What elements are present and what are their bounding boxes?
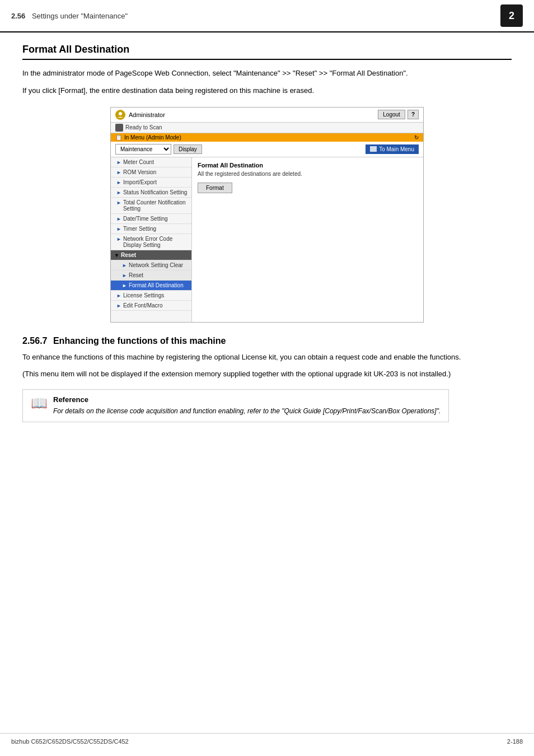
status-bar: Ready to Scan xyxy=(111,123,423,133)
sidebar-item-rom-version[interactable]: ► ROM Version xyxy=(111,167,191,178)
admin-icon xyxy=(115,110,125,120)
arrow-icon: ► xyxy=(116,293,121,298)
header-right: 2 xyxy=(500,4,523,27)
arrow-icon: ► xyxy=(116,200,121,206)
scanner-icon xyxy=(115,124,123,132)
sidebar-label: Import/Export xyxy=(123,179,157,185)
arrow-icon: ► xyxy=(116,180,121,185)
main-menu-button[interactable]: To Main Menu xyxy=(366,144,419,154)
arrow-down-icon: ▼ xyxy=(114,253,119,258)
menu-icon xyxy=(370,146,377,152)
sidebar-item-import-export[interactable]: ► Import/Export xyxy=(111,178,191,188)
intro-text-1: In the administrator mode of PageScope W… xyxy=(22,68,512,80)
reference-content: Reference For details on the license cod… xyxy=(53,395,441,416)
arrow-icon: ► xyxy=(122,283,127,288)
mode-icon: 📋 xyxy=(115,134,122,141)
content-desc: All the registered destinations are dele… xyxy=(198,171,418,177)
sidebar-label: ROM Version xyxy=(123,169,156,175)
reference-box: 📖 Reference For details on the license c… xyxy=(22,389,449,422)
subsection-num: 2.56.7 xyxy=(22,336,47,346)
subsection-heading: Enhancing the functions of this machine xyxy=(53,336,226,346)
top-right-btns: Logout ? xyxy=(378,110,419,119)
webui-sidebar: ► Meter Count ► ROM Version ► Import/Exp… xyxy=(111,157,192,322)
arrow-icon: ► xyxy=(122,273,127,278)
sidebar-item-total-counter[interactable]: ► Total Counter Notification Setting xyxy=(111,198,191,214)
admin-label: Administrator xyxy=(129,111,165,118)
sidebar-spacer xyxy=(111,311,191,322)
arrow-icon: ► xyxy=(116,160,121,165)
mode-bar: 📋 In Menu (Admin Mode) ↻ xyxy=(111,133,423,142)
maintenance-dropdown[interactable]: Maintenance xyxy=(115,144,171,155)
refresh-icon: ↻ xyxy=(414,134,419,141)
page-container: 2.56 Settings under "Maintenance" 2 Form… xyxy=(0,0,534,756)
sidebar-item-license[interactable]: ► License Settings xyxy=(111,291,191,301)
subsection-text1: To enhance the functions of this machine… xyxy=(22,352,512,363)
reference-title: Reference xyxy=(53,395,441,404)
sidebar-label: Reset xyxy=(129,272,143,278)
format-button[interactable]: Format xyxy=(198,183,232,193)
footer-left: bizhub C652/C652DS/C552/C552DS/C452 xyxy=(11,738,129,745)
content-title: Format All Destination xyxy=(198,162,418,169)
arrow-icon: ► xyxy=(116,303,121,309)
sidebar-item-datetime[interactable]: ► Date/Time Setting xyxy=(111,214,191,224)
sidebar-label: Format All Destination xyxy=(129,282,184,288)
arrow-icon: ► xyxy=(116,236,121,242)
section-badge: 2 xyxy=(500,4,523,27)
arrow-icon: ► xyxy=(122,263,127,268)
sidebar-item-network-setting-clear[interactable]: ► Network Setting Clear xyxy=(111,260,191,270)
status-scanner: Ready to Scan xyxy=(115,124,419,132)
display-button[interactable]: Display xyxy=(174,144,202,154)
arrow-icon: ► xyxy=(116,226,121,232)
sidebar-label: Timer Setting xyxy=(123,226,156,232)
webui-body: ► Meter Count ► ROM Version ► Import/Exp… xyxy=(111,157,423,322)
subsection-text2: (This menu item will not be displayed if… xyxy=(22,368,512,380)
header-bar: 2.56 Settings under "Maintenance" 2 xyxy=(0,0,534,32)
sidebar-label: Network Setting Clear xyxy=(129,262,183,268)
main-content: Format All Destination In the administra… xyxy=(0,32,534,433)
admin-row: Administrator xyxy=(115,110,165,120)
format-all-destination-title: Format All Destination xyxy=(22,44,512,60)
mode-label: In Menu (Admin Mode) xyxy=(124,134,181,141)
svg-point-0 xyxy=(119,112,122,115)
webui-topbar: Administrator Logout ? xyxy=(111,108,423,123)
nav-right: To Main Menu xyxy=(366,144,419,154)
sidebar-label: Edit Font/Macro xyxy=(123,302,163,309)
sidebar-item-status-notification[interactable]: ► Status Notification Setting xyxy=(111,188,191,198)
sidebar-label: License Settings xyxy=(123,292,164,298)
webui-nav-bar: Maintenance Display To Main Menu xyxy=(111,142,423,157)
sidebar-label: Total Counter Notification Setting xyxy=(123,199,188,212)
arrow-icon: ► xyxy=(116,216,121,222)
sidebar-label: Status Notification Setting xyxy=(123,189,188,195)
arrow-icon: ► xyxy=(116,170,121,175)
sidebar-item-reset[interactable]: ► Reset xyxy=(111,270,191,281)
nav-left: Maintenance Display xyxy=(115,144,202,155)
webui-screenshot: Administrator Logout ? Ready to Scan 📋 I… xyxy=(110,107,424,323)
status-ready: Ready to Scan xyxy=(125,124,162,130)
sidebar-item-meter-count[interactable]: ► Meter Count xyxy=(111,157,191,167)
section-title: Settings under "Maintenance" xyxy=(32,12,128,20)
header-left: 2.56 Settings under "Maintenance" xyxy=(11,12,128,20)
sidebar-item-network-error[interactable]: ► Network Error Code Display Setting xyxy=(111,234,191,250)
reference-icon: 📖 xyxy=(31,396,48,410)
webui-content: Format All Destination All the registere… xyxy=(192,157,423,322)
sidebar-label: Meter Count xyxy=(123,159,154,165)
section-num: 2.56 xyxy=(11,12,25,20)
arrow-icon: ► xyxy=(116,190,121,195)
sidebar-label: Network Error Code Display Setting xyxy=(123,236,188,248)
subsection-title: 2.56.7 Enhancing the functions of this m… xyxy=(22,336,512,346)
reference-text: For details on the license code acquisit… xyxy=(53,406,441,416)
sidebar-item-timer[interactable]: ► Timer Setting xyxy=(111,224,191,234)
sidebar-label: Reset xyxy=(121,252,136,258)
page-footer: bizhub C652/C652DS/C552/C552DS/C452 2-18… xyxy=(0,733,534,745)
footer-right: 2-188 xyxy=(507,738,523,745)
sidebar-label: Date/Time Setting xyxy=(123,216,168,222)
sidebar-item-reset-header: ▼ Reset xyxy=(111,250,191,260)
sidebar-item-edit-font[interactable]: ► Edit Font/Macro xyxy=(111,301,191,311)
intro-text-2: If you click [Format], the entire destin… xyxy=(22,85,512,97)
sidebar-item-format-all[interactable]: ► Format All Destination xyxy=(111,281,191,291)
logout-button[interactable]: Logout xyxy=(378,110,405,119)
help-button[interactable]: ? xyxy=(407,110,419,119)
